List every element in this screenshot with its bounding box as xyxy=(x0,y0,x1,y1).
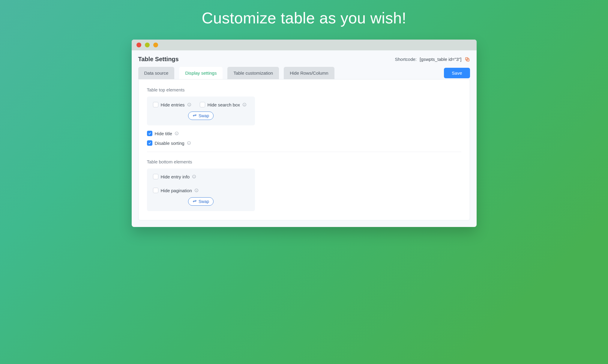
check-item-hide-entries: Hide entries xyxy=(153,102,191,107)
shortcode-display: Shortcode: [gswpts_table id="3"] xyxy=(395,57,470,62)
info-icon[interactable] xyxy=(242,103,247,107)
tabs: Data sourceDisplay settingsTable customi… xyxy=(138,67,439,79)
checkbox-hide-entries[interactable] xyxy=(153,102,158,107)
window-close-light[interactable] xyxy=(136,43,141,47)
check-item-disable-sorting: Disable sorting xyxy=(147,140,461,146)
info-icon[interactable] xyxy=(187,141,191,145)
swap-icon xyxy=(193,199,197,204)
check-item-hide-search-box: Hide search box xyxy=(200,102,247,107)
swap-bottom-label: Swap xyxy=(199,199,209,204)
swap-icon xyxy=(193,114,197,118)
check-item-hide-entry-info: Hide entry info xyxy=(153,174,196,179)
swap-top-button[interactable]: Swap xyxy=(188,112,214,120)
tabs-row: Data sourceDisplay settingsTable customi… xyxy=(132,63,477,79)
check-label-hide-entries: Hide entries xyxy=(161,102,185,107)
header-row: Table Settings Shortcode: [gswpts_table … xyxy=(132,50,477,63)
check-label-disable-sorting: Disable sorting xyxy=(155,141,184,146)
check-item-hide-pagination: Hide pagination xyxy=(153,188,199,193)
tab-hide-rows-column[interactable]: Hide Rows/Column xyxy=(284,67,334,79)
info-icon[interactable] xyxy=(192,175,196,179)
tab-table-customization[interactable]: Table customization xyxy=(227,67,279,79)
info-icon[interactable] xyxy=(194,188,199,192)
save-button[interactable]: Save xyxy=(444,68,470,78)
window-maximize-light[interactable] xyxy=(153,43,158,47)
section-bottom-title: Table bottom elements xyxy=(147,159,461,164)
window-titlebar xyxy=(132,40,477,50)
top-elements-group: Hide entriesHide search box Swap xyxy=(147,97,255,125)
page-headline: Customize table as you wish! xyxy=(202,9,406,27)
checkbox-hide-title[interactable] xyxy=(147,131,152,136)
check-label-hide-title: Hide title xyxy=(155,131,172,136)
shortcode-value: [gswpts_table id="3"] xyxy=(420,57,461,62)
check-label-hide-pagination: Hide pagination xyxy=(161,188,192,193)
check-label-hide-search-box: Hide search box xyxy=(208,102,240,107)
window-minimize-light[interactable] xyxy=(145,43,150,47)
page-title: Table Settings xyxy=(138,56,179,63)
standalone-checks: Hide titleDisable sorting xyxy=(147,131,461,146)
settings-panel: Table top elements Hide entriesHide sear… xyxy=(138,79,470,220)
check-label-hide-entry-info: Hide entry info xyxy=(161,174,190,179)
swap-top-label: Swap xyxy=(199,113,209,118)
checkbox-hide-pagination[interactable] xyxy=(153,188,158,193)
info-icon[interactable] xyxy=(187,103,191,107)
checkbox-hide-entry-info[interactable] xyxy=(153,174,158,179)
section-separator xyxy=(147,152,461,152)
info-icon[interactable] xyxy=(175,131,179,136)
checkbox-hide-search-box[interactable] xyxy=(200,102,205,107)
tab-display-settings[interactable]: Display settings xyxy=(179,67,223,79)
app-window: Table Settings Shortcode: [gswpts_table … xyxy=(132,40,477,227)
section-top-title: Table top elements xyxy=(147,87,461,92)
bottom-elements-group: Hide entry infoHide pagination Swap xyxy=(147,169,255,211)
check-item-hide-title: Hide title xyxy=(147,131,461,136)
checkbox-disable-sorting[interactable] xyxy=(147,140,152,146)
shortcode-label: Shortcode: xyxy=(395,57,417,62)
swap-bottom-button[interactable]: Swap xyxy=(188,197,214,206)
copy-icon[interactable] xyxy=(465,57,470,62)
tab-data-source[interactable]: Data source xyxy=(138,67,175,79)
